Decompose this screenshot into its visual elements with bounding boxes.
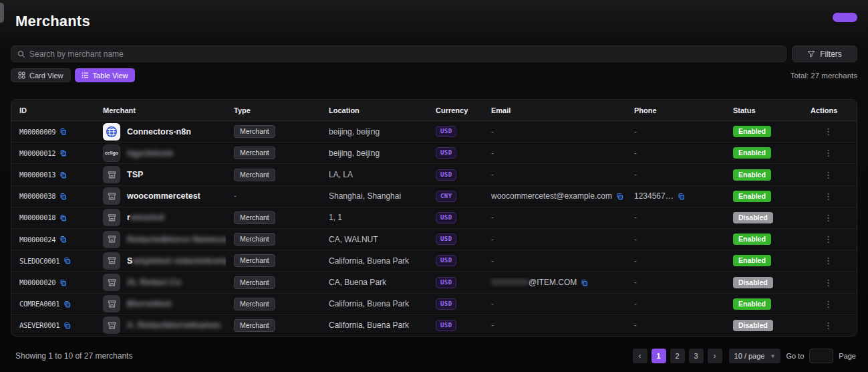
merchant-cell: Blurredtext bbox=[95, 295, 226, 312]
phone-empty: - bbox=[634, 170, 637, 179]
status-cell: Disabled bbox=[725, 320, 803, 331]
type-badge: Merchant bbox=[234, 254, 275, 267]
prev-page-button[interactable]: ‹ bbox=[633, 349, 647, 363]
location-cell: CA, WALNUT bbox=[321, 235, 428, 244]
currency-cell: USD bbox=[428, 126, 483, 137]
merchant-name: TSP bbox=[127, 170, 143, 179]
column-header-actions: Actions bbox=[803, 106, 857, 114]
copy-id-button[interactable] bbox=[59, 193, 67, 200]
email-cell: woocommercetest@example.com bbox=[483, 191, 626, 201]
row-actions-menu-button[interactable]: ⋮ bbox=[820, 298, 837, 310]
copy-id-button[interactable] bbox=[63, 322, 71, 329]
goto-label: Go to bbox=[786, 352, 804, 360]
email-cell: XXXXXXX@ITEM.COM bbox=[483, 278, 626, 287]
email-cell: - bbox=[483, 170, 626, 179]
copy-id-button[interactable] bbox=[59, 214, 67, 221]
page-button-2[interactable]: 2 bbox=[670, 349, 685, 363]
column-header-id: ID bbox=[11, 106, 95, 114]
copy-email-button[interactable] bbox=[581, 279, 588, 286]
email-empty: - bbox=[491, 149, 494, 158]
id-cell: M00000020 bbox=[11, 278, 95, 286]
email-cell: - bbox=[483, 149, 626, 158]
store-icon bbox=[103, 231, 120, 248]
page-size-select[interactable]: 10 / page ▼ bbox=[729, 349, 781, 363]
row-actions-menu-button[interactable]: ⋮ bbox=[820, 212, 837, 223]
location-cell: 1, 1 bbox=[321, 213, 428, 222]
row-actions-menu-button[interactable]: ⋮ bbox=[820, 255, 837, 266]
column-header-merchant: Merchant bbox=[95, 106, 226, 114]
row-actions-menu-button[interactable]: ⋮ bbox=[820, 147, 837, 159]
status-cell: Enabled bbox=[725, 234, 803, 245]
copy-id-button[interactable] bbox=[59, 236, 67, 243]
type-badge: Merchant bbox=[234, 125, 275, 138]
email-text: XXXXXXX@ITEM.COM bbox=[491, 278, 577, 287]
filters-button[interactable]: Filters bbox=[792, 45, 857, 62]
currency-cell: USD bbox=[428, 234, 483, 245]
phone-cell: - bbox=[626, 320, 725, 330]
status-badge: Enabled bbox=[733, 147, 771, 159]
copy-id-button[interactable] bbox=[59, 279, 67, 286]
merchant-name: Sampletext redactedcomp llc bbox=[127, 256, 226, 266]
copy-id-button[interactable] bbox=[59, 171, 67, 179]
phone-empty: - bbox=[634, 278, 637, 287]
row-actions-menu-button[interactable]: ⋮ bbox=[820, 277, 837, 288]
phone-cell: - bbox=[626, 278, 725, 287]
merchant-id: M00000009 bbox=[19, 128, 55, 136]
search-row: Filters bbox=[11, 45, 857, 62]
copy-id-button[interactable] bbox=[63, 257, 71, 264]
status-cell: Enabled bbox=[725, 298, 803, 310]
currency-badge: CNY bbox=[436, 191, 456, 202]
merchant-id: M00000012 bbox=[19, 149, 55, 157]
row-actions-menu-button[interactable]: ⋮ bbox=[820, 169, 837, 181]
merchant-name: A. Redactblurrednames bbox=[127, 320, 221, 330]
row-actions-menu-button[interactable]: ⋮ bbox=[820, 191, 837, 202]
type-cell: Merchant bbox=[226, 298, 321, 310]
location-text: beijing, beijing bbox=[329, 149, 380, 158]
card-view-button[interactable]: Card View bbox=[11, 68, 71, 82]
goto-page-input[interactable] bbox=[809, 349, 833, 363]
merchant-cell: Connectors-n8n bbox=[95, 123, 226, 141]
id-cell: M00000018 bbox=[11, 213, 95, 221]
page-title: Merchants bbox=[15, 13, 90, 30]
merchant-cell: remsolvd bbox=[95, 209, 226, 226]
search-input[interactable] bbox=[29, 50, 780, 59]
pagination: ‹123› 10 / page ▼ Go to Page bbox=[633, 349, 857, 363]
copy-phone-button[interactable] bbox=[678, 193, 685, 200]
celigo-logo-icon: celigo bbox=[103, 145, 120, 162]
phone-empty: - bbox=[634, 320, 637, 330]
location-cell: LA, LA bbox=[321, 170, 428, 179]
page-button-1[interactable]: 1 bbox=[652, 349, 666, 363]
row-actions-menu-button[interactable]: ⋮ bbox=[820, 234, 837, 245]
phone-cell: - bbox=[626, 127, 725, 136]
currency-cell: CNY bbox=[428, 191, 483, 202]
page-button-3[interactable]: 3 bbox=[689, 349, 704, 363]
table-body: M00000009Connectors-n8nMerchantbeijing, … bbox=[11, 121, 857, 336]
copy-id-button[interactable] bbox=[63, 300, 71, 308]
status-badge: Enabled bbox=[733, 234, 771, 245]
status-cell: Disabled bbox=[725, 212, 803, 223]
row-actions-menu-button[interactable]: ⋮ bbox=[820, 126, 837, 137]
location-text: 1, 1 bbox=[329, 213, 342, 222]
email-empty: - bbox=[491, 235, 494, 244]
table-row: M00000018remsolvdMerchant1, 1USD--Disabl… bbox=[11, 207, 857, 228]
currency-badge: USD bbox=[436, 255, 456, 266]
row-actions-menu-button[interactable]: ⋮ bbox=[820, 320, 837, 331]
copy-email-button[interactable] bbox=[616, 193, 623, 200]
location-cell: California, Buena Park bbox=[321, 320, 428, 330]
copy-id-button[interactable] bbox=[59, 128, 67, 135]
type-cell: Merchant bbox=[226, 233, 321, 246]
status-badge: Disabled bbox=[733, 277, 773, 288]
status-cell: Enabled bbox=[725, 147, 803, 159]
id-cell: M00000038 bbox=[11, 192, 95, 200]
table-view-button[interactable]: Table View bbox=[75, 68, 135, 82]
currency-cell: USD bbox=[428, 298, 483, 310]
add-merchant-button[interactable] bbox=[833, 13, 857, 22]
column-header-status: Status bbox=[725, 106, 803, 114]
actions-cell: ⋮ bbox=[803, 212, 857, 223]
copy-id-button[interactable] bbox=[59, 149, 67, 157]
merchant-name: Blurredtext bbox=[127, 299, 172, 308]
search-box[interactable] bbox=[11, 45, 786, 62]
next-page-button[interactable]: › bbox=[708, 349, 722, 363]
type-cell: Merchant bbox=[226, 169, 321, 181]
phone-empty: - bbox=[634, 127, 637, 136]
